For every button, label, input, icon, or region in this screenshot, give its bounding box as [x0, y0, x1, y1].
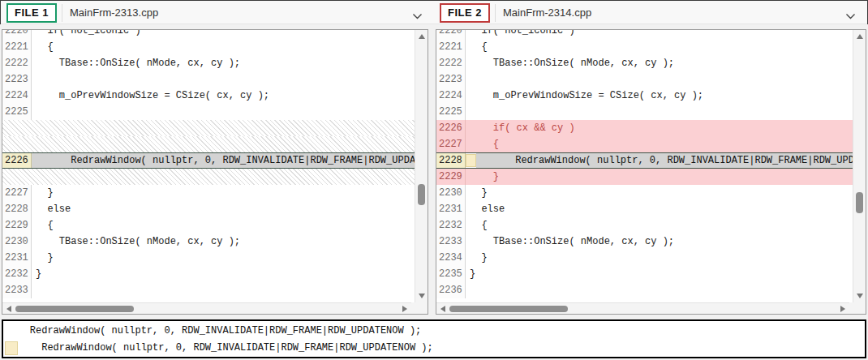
header-divider — [495, 4, 496, 22]
code-row[interactable]: 2230 TBase::OnSize( nMode, cx, cy ); — [2, 234, 415, 250]
code-row[interactable]: 2228 RedrawWindow( nullptr, 0, RDW_INVAL… — [436, 152, 853, 169]
code-row[interactable]: 2226 if( cx && cy ) — [436, 120, 853, 136]
line-number: 2222 — [436, 55, 466, 71]
code-row[interactable]: 2236 — [436, 282, 853, 298]
horizontal-scroll-thumb[interactable] — [15, 306, 134, 312]
file1-badge: FILE 1 — [6, 3, 57, 23]
code-row[interactable]: 2228 else — [2, 201, 415, 217]
code-row[interactable]: 2225 — [2, 104, 415, 120]
code-row[interactable]: 2225 — [436, 104, 853, 120]
code-row[interactable]: 2227 { — [436, 136, 853, 152]
line-number: 2228 — [2, 201, 32, 217]
code-row[interactable]: 2231 else — [436, 201, 853, 217]
scroll-down-button[interactable] — [419, 294, 425, 298]
line-number: 2224 — [2, 88, 32, 104]
file1-code-area[interactable]: 2220 if( not_iconic )2221 {2222 TBase::O… — [2, 30, 415, 302]
code-row[interactable]: 2232 { — [436, 217, 853, 234]
code-text: TBase::OnSize( nMode, cx, cy ); — [466, 55, 853, 71]
code-row[interactable]: 2232} — [2, 266, 415, 282]
code-row[interactable]: 2221 { — [2, 39, 415, 55]
file1-selector[interactable]: FILE 1 MainFrm-2313.cpp — [0, 1, 434, 24]
code-text: TBase::OnSize( nMode, cx, cy ); — [32, 234, 415, 250]
file2-filename: MainFrm-2314.cpp — [503, 6, 591, 19]
vertical-scrollbar[interactable] — [853, 30, 866, 302]
header-divider — [62, 4, 62, 22]
scrollbar-corner — [849, 302, 866, 314]
chevron-down-icon[interactable] — [412, 9, 423, 24]
code-row[interactable]: 2222 TBase::OnSize( nMode, cx, cy ); — [2, 55, 415, 71]
file1-pane: 2220 if( not_iconic )2221 {2222 TBase::O… — [2, 29, 428, 315]
horizontal-scrollbar[interactable] — [2, 302, 411, 314]
code-text: RedrawWindow( nullptr, 0, RDW_INVALIDATE… — [32, 153, 415, 168]
line-number: 2224 — [436, 88, 466, 104]
file2-code-area[interactable]: 2220 if( not_iconic )2221 {2222 TBase::O… — [436, 30, 853, 302]
code-text: TBase::OnSize( nMode, cx, cy ); — [32, 55, 415, 71]
code-text — [32, 282, 415, 298]
line-number: 2225 — [2, 104, 32, 120]
line-number: 2230 — [2, 234, 32, 250]
line-number: 2221 — [436, 39, 466, 55]
change-marker — [5, 341, 18, 355]
vertical-scroll-thumb[interactable] — [418, 184, 425, 205]
code-row[interactable]: 2223 — [436, 71, 853, 88]
horizontal-scroll-thumb[interactable] — [449, 306, 568, 312]
code-row[interactable]: 2220 if( not_iconic ) — [436, 30, 853, 39]
file2-selector[interactable]: FILE 2 MainFrm-2314.cpp — [434, 1, 868, 24]
code-row[interactable]: 2223 — [2, 71, 415, 88]
scroll-left-button[interactable] — [440, 306, 445, 312]
vertical-scroll-thumb[interactable] — [856, 192, 863, 213]
scroll-down-button[interactable] — [857, 294, 863, 298]
vertical-scrollbar[interactable] — [415, 30, 428, 302]
horizontal-scrollbar[interactable] — [436, 302, 849, 314]
filler-row[interactable] — [2, 169, 415, 185]
diff-detail-panel: RedrawWindow( nullptr, 0, RDW_INVALIDATE… — [2, 319, 866, 358]
line-number: 2231 — [436, 201, 466, 217]
filler-row[interactable] — [2, 120, 415, 136]
code-text: } — [466, 169, 853, 185]
code-row[interactable]: 2229 { — [2, 217, 415, 234]
file2-pane: 2220 if( not_iconic )2221 {2222 TBase::O… — [436, 29, 866, 315]
code-text: m_oPrevWindowSize = CSize( cx, cy ); — [32, 88, 415, 104]
line-number: 2233 — [436, 234, 466, 250]
line-number: 2226 — [436, 120, 466, 136]
code-row[interactable]: 2233 — [2, 282, 415, 298]
diff-tool-window: FILE 1 MainFrm-2313.cpp FILE 2 MainFrm-2… — [0, 0, 868, 360]
code-row[interactable]: 2222 TBase::OnSize( nMode, cx, cy ); — [436, 55, 853, 71]
filler-row[interactable] — [2, 136, 415, 152]
scroll-right-button[interactable] — [840, 306, 845, 312]
code-row[interactable]: 2231 } — [2, 250, 415, 266]
chevron-down-icon[interactable] — [845, 9, 856, 24]
scroll-right-button[interactable] — [402, 306, 407, 312]
line-number: 2233 — [2, 282, 32, 298]
code-row[interactable]: 2220 if( not_iconic ) — [2, 30, 415, 39]
code-row[interactable]: 2224 m_oPrevWindowSize = CSize( cx, cy )… — [2, 88, 415, 104]
code-text: else — [32, 201, 415, 217]
code-row[interactable]: 2235} — [436, 266, 853, 282]
diff-detail-line: RedrawWindow( nullptr, 0, RDW_INVALIDATE… — [3, 340, 865, 357]
line-number: 2225 — [436, 104, 466, 120]
scroll-left-button[interactable] — [6, 306, 11, 312]
code-text — [466, 282, 853, 298]
code-text: RedrawWindow( nullptr, 0, RDW_INVALIDATE… — [6, 342, 433, 354]
scrollbar-corner — [411, 302, 428, 314]
code-text: RedrawWindow( nullptr, 0, RDW_INVALIDATE… — [6, 325, 421, 336]
code-text: } — [32, 250, 415, 266]
line-number: 2227 — [436, 136, 466, 152]
code-text: } — [466, 185, 853, 201]
code-row[interactable]: 2224 m_oPrevWindowSize = CSize( cx, cy )… — [436, 88, 853, 104]
line-number: 2226 — [2, 153, 32, 168]
code-row[interactable]: 2227 } — [2, 185, 415, 201]
code-row[interactable]: 2221 { — [436, 39, 853, 55]
code-row[interactable]: 2229 } — [436, 169, 853, 185]
scroll-up-button[interactable] — [419, 34, 425, 39]
scroll-up-button[interactable] — [857, 34, 863, 39]
code-text: { — [32, 217, 415, 234]
line-number: 2236 — [436, 282, 466, 298]
code-row[interactable]: 2233 TBase::OnSize( nMode, cx, cy ); — [436, 234, 853, 250]
code-row[interactable]: 2226 RedrawWindow( nullptr, 0, RDW_INVAL… — [2, 152, 415, 169]
code-text: } — [466, 250, 853, 266]
code-row[interactable]: 2234 } — [436, 250, 853, 266]
code-row[interactable]: 2230 } — [436, 185, 853, 201]
code-text: { — [466, 217, 853, 234]
line-number: 2229 — [436, 169, 466, 185]
